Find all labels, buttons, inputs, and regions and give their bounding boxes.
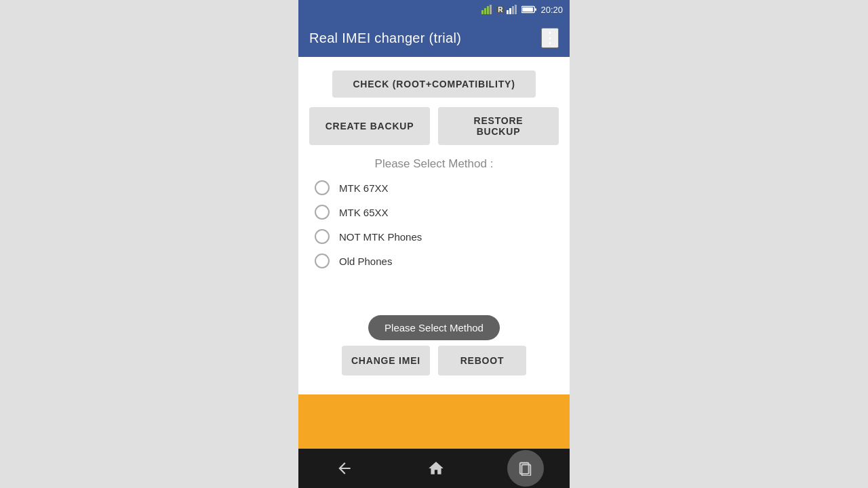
create-backup-button[interactable]: CREATE BACKUP (309, 107, 430, 145)
select-method-label: Please Select Method : (375, 157, 494, 171)
radio-mtk65xx[interactable]: MTK 65XX (315, 205, 559, 220)
svg-rect-4 (507, 10, 509, 14)
svg-rect-1 (484, 8, 486, 14)
radio-not-mtk[interactable]: NOT MTK Phones (315, 229, 559, 244)
orange-bar (298, 394, 570, 449)
status-bar: R 20:20 (298, 0, 570, 19)
top-bar: Real IMEI changer (trial) ⋮ (298, 19, 570, 57)
svg-rect-6 (512, 6, 514, 14)
restore-backup-button[interactable]: RESTORE BUCKUP (438, 107, 559, 145)
action-area: CHANGE IMEI REBOOT Please Select Method (309, 346, 559, 381)
svg-rect-7 (515, 5, 517, 14)
home-button[interactable] (416, 455, 456, 482)
battery-icon (521, 5, 536, 14)
recents-icon (518, 461, 533, 476)
svg-rect-0 (481, 10, 484, 14)
radio-label-mtk67xx: MTK 67XX (339, 182, 389, 194)
action-buttons-row: CHANGE IMEI REBOOT (342, 346, 526, 375)
backup-row: CREATE BACKUP RESTORE BUCKUP (309, 107, 559, 145)
back-button[interactable] (324, 455, 365, 482)
signal-icons: R (481, 5, 536, 14)
svg-rect-9 (535, 8, 536, 11)
nav-bar (298, 449, 570, 488)
content-area: CHECK (ROOT+COMPATIBILITY) CREATE BACKUP… (298, 57, 570, 394)
reboot-button[interactable]: REBOOT (438, 346, 526, 375)
radio-circle-mtk67xx (315, 180, 330, 195)
status-time: 20:20 (540, 5, 563, 15)
radio-label-not-mtk: NOT MTK Phones (339, 231, 422, 243)
app-title: Real IMEI changer (trial) (309, 30, 461, 46)
svg-rect-3 (490, 5, 492, 14)
change-imei-button[interactable]: CHANGE IMEI (342, 346, 430, 375)
phone-frame: R 20:20 Real IMEI changer (trial) ⋮ CHEC… (298, 0, 570, 488)
radio-circle-mtk65xx (315, 205, 330, 220)
menu-button[interactable]: ⋮ (541, 28, 559, 48)
radio-label-old-phones: Old Phones (339, 256, 392, 267)
radio-label-mtk65xx: MTK 65XX (339, 207, 389, 218)
recents-button[interactable] (507, 450, 544, 487)
radio-group: MTK 67XX MTK 65XX NOT MTK Phones Old Pho… (309, 180, 559, 268)
svg-rect-2 (487, 6, 489, 14)
r-badge: R (496, 6, 504, 14)
radio-old-phones[interactable]: Old Phones (315, 253, 559, 268)
svg-rect-10 (523, 7, 534, 12)
radio-circle-not-mtk (315, 229, 330, 244)
svg-rect-5 (509, 8, 511, 14)
signal-icon-2 (507, 5, 519, 14)
check-button[interactable]: CHECK (ROOT+COMPATIBILITY) (332, 70, 536, 98)
radio-circle-old-phones (315, 253, 330, 268)
toast-message: Please Select Method (368, 315, 500, 340)
network-signal-icon (481, 5, 494, 14)
back-icon (336, 460, 353, 477)
radio-mtk67xx[interactable]: MTK 67XX (315, 180, 559, 195)
home-icon (427, 460, 445, 477)
